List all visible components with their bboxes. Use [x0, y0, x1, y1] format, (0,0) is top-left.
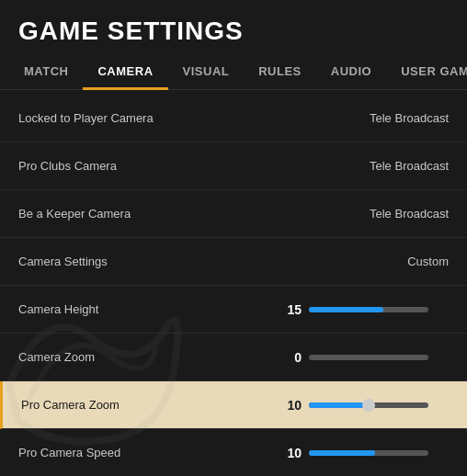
slider-fill-pro-camera-speed — [309, 450, 375, 456]
page-title: GAME SETTINGS — [0, 0, 467, 55]
setting-row-camera-zoom[interactable]: Camera Zoom 0 — [0, 334, 467, 381]
slider-container-pro-camera-zoom: 10 — [283, 398, 449, 413]
tab-bar: MATCH CAMERA VISUAL RULES AUDIO USER GAM… — [0, 55, 467, 90]
setting-label-pro-camera-zoom: Pro Camera Zoom — [21, 398, 283, 412]
setting-label-camera-settings: Camera Settings — [18, 255, 338, 268]
setting-value-pro-clubs-camera: Tele Broadcast — [338, 159, 449, 173]
slider-fill-pro-camera-zoom — [309, 402, 369, 408]
slider-container-camera-height: 15 — [283, 302, 449, 317]
slider-fill-camera-height — [309, 307, 383, 312]
slider-number-pro-camera-zoom: 10 — [283, 398, 302, 413]
setting-row-camera-height[interactable]: Camera Height 15 — [0, 286, 467, 334]
setting-row-pro-camera-speed[interactable]: Pro Camera Speed 10 — [0, 429, 467, 476]
setting-label-camera-zoom: Camera Zoom — [18, 350, 283, 364]
slider-number-pro-camera-speed: 10 — [283, 446, 302, 460]
setting-row-camera-settings[interactable]: Camera Settings Custom — [0, 238, 467, 286]
slider-number-camera-zoom: 0 — [283, 350, 302, 365]
slider-thumb-pro-camera-zoom[interactable] — [362, 399, 375, 412]
tab-audio[interactable]: AUDIO — [316, 55, 386, 89]
tab-match[interactable]: MATCH — [9, 55, 83, 89]
setting-row-pro-clubs-camera[interactable]: Pro Clubs Camera Tele Broadcast — [0, 142, 467, 190]
slider-track-camera-zoom[interactable] — [309, 355, 428, 360]
settings-list: Locked to Player Camera Tele Broadcast P… — [0, 90, 467, 476]
slider-container-pro-camera-speed: 10 — [283, 446, 449, 460]
setting-row-pro-camera-zoom[interactable]: Pro Camera Zoom 10 — [0, 381, 467, 429]
setting-row-locked-player-camera[interactable]: Locked to Player Camera Tele Broadcast — [0, 95, 467, 142]
setting-label-locked-player-camera: Locked to Player Camera — [18, 111, 338, 125]
page-container: GAME SETTINGS MATCH CAMERA VISUAL RULES … — [0, 0, 467, 476]
setting-label-pro-camera-speed: Pro Camera Speed — [18, 446, 283, 459]
slider-number-camera-height: 15 — [283, 302, 302, 317]
setting-label-camera-height: Camera Height — [18, 302, 283, 316]
slider-track-pro-camera-zoom[interactable] — [309, 402, 428, 408]
setting-row-be-keeper-camera[interactable]: Be a Keeper Camera Tele Broadcast — [0, 190, 467, 238]
tab-user-game[interactable]: USER GAME — [386, 55, 467, 89]
tab-visual[interactable]: VISUAL — [168, 55, 245, 89]
slider-track-pro-camera-speed[interactable] — [309, 450, 428, 456]
setting-value-locked-player-camera: Tele Broadcast — [338, 111, 449, 125]
setting-label-be-keeper-camera: Be a Keeper Camera — [18, 207, 338, 221]
setting-label-pro-clubs-camera: Pro Clubs Camera — [18, 159, 338, 173]
setting-value-be-keeper-camera: Tele Broadcast — [338, 207, 449, 221]
setting-value-camera-settings: Custom — [338, 255, 449, 268]
tab-camera[interactable]: CAMERA — [83, 55, 167, 90]
slider-container-camera-zoom: 0 — [283, 350, 449, 365]
slider-track-camera-height[interactable] — [309, 307, 428, 312]
tab-rules[interactable]: RULES — [244, 55, 316, 89]
